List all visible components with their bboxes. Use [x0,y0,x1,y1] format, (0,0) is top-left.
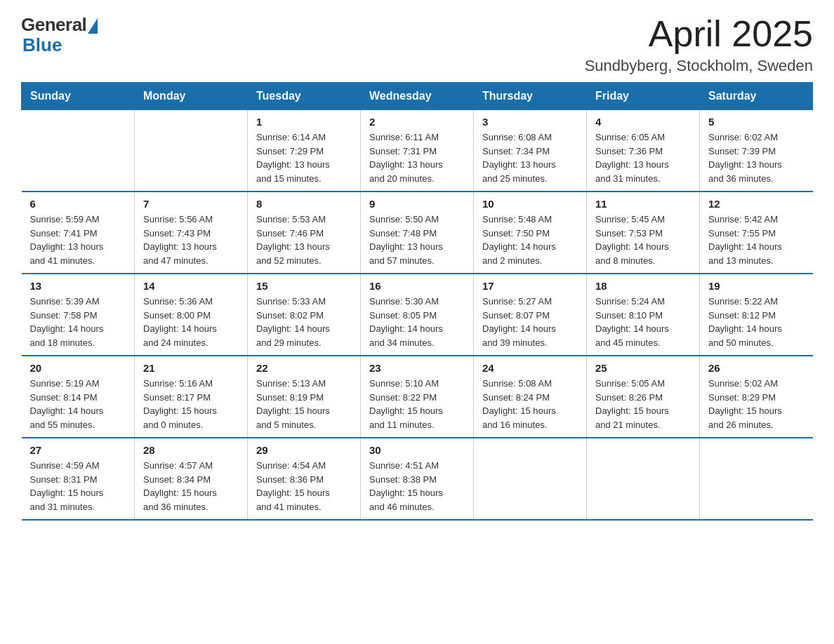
header-tuesday: Tuesday [248,83,361,110]
day-info: Sunrise: 5:48 AM Sunset: 7:50 PM Dayligh… [482,213,578,267]
calendar-cell: 15Sunrise: 5:33 AM Sunset: 8:02 PM Dayli… [248,274,361,356]
day-number: 7 [143,198,239,210]
title-area: April 2025 Sundbyberg, Stockholm, Sweden [585,14,813,75]
day-info: Sunrise: 4:57 AM Sunset: 8:34 PM Dayligh… [143,459,239,514]
day-number: 1 [256,116,352,128]
calendar-cell: 28Sunrise: 4:57 AM Sunset: 8:34 PM Dayli… [135,438,248,520]
day-info: Sunrise: 5:19 AM Sunset: 8:14 PM Dayligh… [30,377,126,431]
day-number: 16 [369,280,465,292]
day-info: Sunrise: 5:02 AM Sunset: 8:29 PM Dayligh… [708,377,805,431]
day-info: Sunrise: 5:56 AM Sunset: 7:43 PM Dayligh… [143,213,239,267]
calendar-cell: 25Sunrise: 5:05 AM Sunset: 8:26 PM Dayli… [587,356,700,438]
calendar-cell [474,438,587,520]
calendar-cell: 5Sunrise: 6:02 AM Sunset: 7:39 PM Daylig… [700,110,813,192]
week-row-2: 6Sunrise: 5:59 AM Sunset: 7:41 PM Daylig… [22,192,813,274]
calendar-cell: 2Sunrise: 6:11 AM Sunset: 7:31 PM Daylig… [361,110,474,192]
day-number: 29 [256,444,352,456]
day-info: Sunrise: 5:42 AM Sunset: 7:55 PM Dayligh… [708,213,805,267]
day-number: 9 [369,198,465,210]
day-info: Sunrise: 6:11 AM Sunset: 7:31 PM Dayligh… [369,130,465,185]
day-number: 10 [482,198,578,210]
day-number: 4 [595,116,691,128]
day-number: 14 [143,280,239,292]
week-row-1: 1Sunrise: 6:14 AM Sunset: 7:29 PM Daylig… [22,110,813,192]
calendar-cell: 21Sunrise: 5:16 AM Sunset: 8:17 PM Dayli… [135,356,248,438]
week-row-3: 13Sunrise: 5:39 AM Sunset: 7:58 PM Dayli… [22,274,813,356]
day-number: 5 [708,116,805,128]
calendar-cell: 17Sunrise: 5:27 AM Sunset: 8:07 PM Dayli… [474,274,587,356]
day-info: Sunrise: 4:51 AM Sunset: 8:38 PM Dayligh… [369,459,465,514]
calendar-cell: 7Sunrise: 5:56 AM Sunset: 7:43 PM Daylig… [135,192,248,274]
day-info: Sunrise: 5:22 AM Sunset: 8:12 PM Dayligh… [708,295,805,349]
day-number: 6 [30,198,126,210]
day-info: Sunrise: 5:53 AM Sunset: 7:46 PM Dayligh… [256,213,352,267]
day-info: Sunrise: 4:54 AM Sunset: 8:36 PM Dayligh… [256,459,352,514]
calendar-cell: 12Sunrise: 5:42 AM Sunset: 7:55 PM Dayli… [700,192,813,274]
calendar-cell [587,438,700,520]
calendar-body: 1Sunrise: 6:14 AM Sunset: 7:29 PM Daylig… [22,110,813,521]
header-sunday: Sunday [22,83,135,110]
day-info: Sunrise: 6:14 AM Sunset: 7:29 PM Dayligh… [256,130,352,185]
logo-general-text: General [21,14,86,36]
calendar-cell: 9Sunrise: 5:50 AM Sunset: 7:48 PM Daylig… [361,192,474,274]
day-number: 20 [30,362,126,374]
day-number: 27 [30,444,126,456]
calendar-cell: 6Sunrise: 5:59 AM Sunset: 7:41 PM Daylig… [22,192,135,274]
calendar-cell: 29Sunrise: 4:54 AM Sunset: 8:36 PM Dayli… [248,438,361,520]
day-number: 3 [482,116,578,128]
calendar-cell: 14Sunrise: 5:36 AM Sunset: 8:00 PM Dayli… [135,274,248,356]
day-info: Sunrise: 5:45 AM Sunset: 7:53 PM Dayligh… [595,213,691,267]
week-row-4: 20Sunrise: 5:19 AM Sunset: 8:14 PM Dayli… [22,356,813,438]
day-number: 26 [708,362,805,374]
day-number: 30 [369,444,465,456]
day-number: 23 [369,362,465,374]
header-thursday: Thursday [474,83,587,110]
day-info: Sunrise: 5:10 AM Sunset: 8:22 PM Dayligh… [369,377,465,431]
calendar-cell: 3Sunrise: 6:08 AM Sunset: 7:34 PM Daylig… [474,110,587,192]
calendar-cell: 16Sunrise: 5:30 AM Sunset: 8:05 PM Dayli… [361,274,474,356]
calendar-header: SundayMondayTuesdayWednesdayThursdayFrid… [22,83,813,110]
header-saturday: Saturday [700,83,813,110]
day-info: Sunrise: 5:27 AM Sunset: 8:07 PM Dayligh… [482,295,578,349]
day-info: Sunrise: 5:24 AM Sunset: 8:10 PM Dayligh… [595,295,691,349]
day-number: 21 [143,362,239,374]
calendar-cell [700,438,813,520]
day-number: 22 [256,362,352,374]
header-friday: Friday [587,83,700,110]
day-number: 13 [30,280,126,292]
day-number: 19 [708,280,805,292]
calendar-table: SundayMondayTuesdayWednesdayThursdayFrid… [21,82,813,521]
calendar-cell: 10Sunrise: 5:48 AM Sunset: 7:50 PM Dayli… [474,192,587,274]
day-info: Sunrise: 5:05 AM Sunset: 8:26 PM Dayligh… [595,377,691,431]
calendar-cell: 30Sunrise: 4:51 AM Sunset: 8:38 PM Dayli… [361,438,474,520]
day-info: Sunrise: 6:05 AM Sunset: 7:36 PM Dayligh… [595,130,691,185]
calendar-cell: 8Sunrise: 5:53 AM Sunset: 7:46 PM Daylig… [248,192,361,274]
logo-blue-text: Blue [22,34,62,56]
day-number: 18 [595,280,691,292]
day-number: 15 [256,280,352,292]
calendar-cell: 23Sunrise: 5:10 AM Sunset: 8:22 PM Dayli… [361,356,474,438]
day-number: 2 [369,116,465,128]
calendar-cell: 18Sunrise: 5:24 AM Sunset: 8:10 PM Dayli… [587,274,700,356]
logo: General Blue [21,14,98,56]
header-row: SundayMondayTuesdayWednesdayThursdayFrid… [22,83,813,110]
calendar-cell [22,110,135,192]
day-number: 11 [595,198,691,210]
logo-triangle-icon [88,18,98,34]
day-number: 24 [482,362,578,374]
day-info: Sunrise: 5:13 AM Sunset: 8:19 PM Dayligh… [256,377,352,431]
calendar-cell: 11Sunrise: 5:45 AM Sunset: 7:53 PM Dayli… [587,192,700,274]
day-number: 17 [482,280,578,292]
calendar-cell: 4Sunrise: 6:05 AM Sunset: 7:36 PM Daylig… [587,110,700,192]
day-number: 8 [256,198,352,210]
calendar-cell: 13Sunrise: 5:39 AM Sunset: 7:58 PM Dayli… [22,274,135,356]
header-wednesday: Wednesday [361,83,474,110]
day-number: 28 [143,444,239,456]
calendar-cell: 26Sunrise: 5:02 AM Sunset: 8:29 PM Dayli… [700,356,813,438]
day-number: 25 [595,362,691,374]
calendar-cell: 22Sunrise: 5:13 AM Sunset: 8:19 PM Dayli… [248,356,361,438]
day-info: Sunrise: 5:16 AM Sunset: 8:17 PM Dayligh… [143,377,239,431]
day-number: 12 [708,198,805,210]
day-info: Sunrise: 5:50 AM Sunset: 7:48 PM Dayligh… [369,213,465,267]
day-info: Sunrise: 5:59 AM Sunset: 7:41 PM Dayligh… [30,213,126,267]
